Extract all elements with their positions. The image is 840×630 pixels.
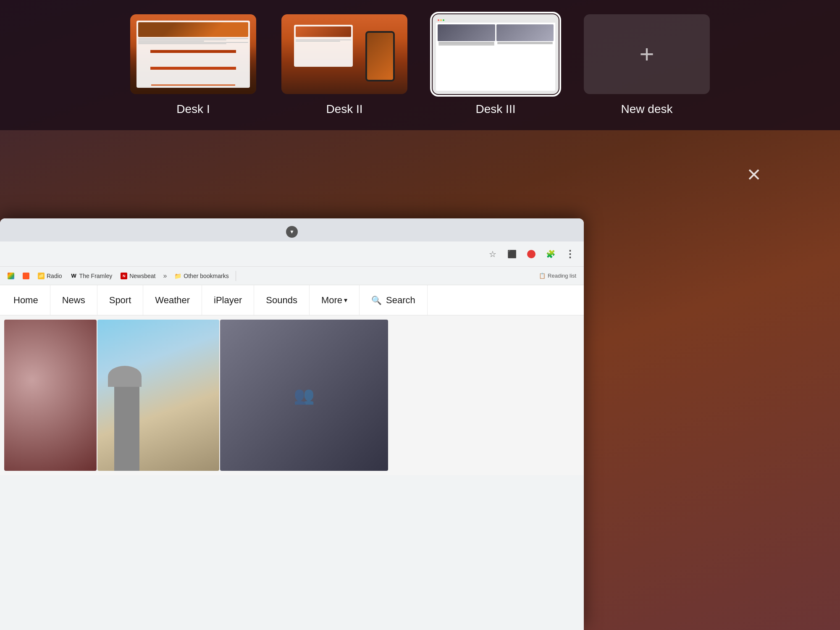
nav-search-label: Search: [386, 295, 415, 306]
bookmarks-divider: [236, 271, 236, 281]
desk-2-label: Desk II: [326, 102, 362, 116]
puzzle-icon: [546, 249, 555, 259]
bbc-content: 👥: [0, 315, 584, 475]
nav-sounds-label: Sounds: [266, 295, 297, 306]
search-icon: 🔍: [371, 295, 382, 305]
content-images-row: 👥: [0, 315, 392, 475]
reading-list-button[interactable]: 📋 Reading list: [536, 271, 580, 281]
bookmarks-bar: 📁 Radio W The Framley N Newsbeat » 📁 Oth…: [0, 267, 584, 285]
bookmark-star-button[interactable]: [486, 247, 500, 261]
new-desk-item[interactable]: + New desk: [584, 14, 710, 116]
folder-icon: 📁: [174, 273, 181, 279]
newsbeat-favicon: N: [121, 273, 127, 279]
bookmark-newsbeat-label: Newsbeat: [129, 273, 155, 279]
nav-iplayer[interactable]: iPlayer: [202, 285, 254, 315]
desk-switcher: Desk I Desk II: [0, 0, 840, 130]
nav-news[interactable]: News: [50, 285, 97, 315]
record-button[interactable]: [524, 247, 538, 261]
desk-thumbnail-2: [281, 14, 407, 94]
nav-sport[interactable]: Sport: [97, 285, 144, 315]
desk-1-label: Desk I: [176, 102, 210, 116]
nav-home-label: Home: [13, 295, 38, 306]
desk-3-label: Desk III: [476, 102, 516, 116]
new-desk-plus-icon: +: [639, 42, 654, 67]
browser-window: ⬛ 📁 Radio W The Framley N Newsbeat: [0, 218, 584, 630]
bookmark-newsbeat[interactable]: N Newsbeat: [117, 271, 159, 281]
nav-weather[interactable]: Weather: [143, 285, 202, 315]
nav-more[interactable]: More ▾: [310, 285, 360, 315]
reading-list-label: Reading list: [548, 273, 576, 279]
other-bookmarks-label: Other bookmarks: [184, 273, 228, 279]
tab-drop-indicator: [286, 226, 298, 238]
other-bookmarks[interactable]: 📁 Other bookmarks: [171, 271, 232, 281]
bookmark-radio-label: Radio: [47, 273, 62, 279]
desk-item-2[interactable]: Desk II: [281, 14, 407, 116]
bookmarks-more-button[interactable]: »: [160, 270, 169, 281]
nav-news-label: News: [62, 295, 85, 306]
nav-home[interactable]: Home: [0, 285, 50, 315]
desk-thumbnail-3: [433, 14, 559, 94]
nav-sounds[interactable]: Sounds: [254, 285, 310, 315]
new-desk-thumbnail: +: [584, 14, 710, 94]
more-icon: [565, 248, 575, 260]
menu-button[interactable]: [563, 247, 577, 261]
nav-weather-label: Weather: [155, 295, 190, 306]
desk-2-phone: [365, 31, 395, 81]
news-image-3: 👥: [220, 320, 388, 471]
record-icon: [527, 250, 536, 258]
bookmark-radio[interactable]: 📁 Radio: [34, 271, 66, 281]
orange-favicon: [23, 273, 29, 279]
nav-more-chevron: ▾: [344, 296, 347, 304]
bookmark-framley-label: The Framley: [79, 273, 113, 279]
layers-button[interactable]: ⬛: [505, 247, 519, 261]
nav-more-label: More: [321, 295, 342, 306]
nav-iplayer-label: iPlayer: [214, 295, 242, 306]
desk-3-preview: [436, 18, 555, 91]
desk-thumbnail-1: [130, 14, 256, 94]
bookmark-google[interactable]: [4, 271, 18, 281]
bookmark-orange[interactable]: [19, 271, 33, 281]
nav-search[interactable]: 🔍 Search: [360, 285, 428, 315]
reading-list-icon: 📋: [539, 273, 546, 279]
google-favicon: [8, 273, 14, 279]
star-icon: [489, 249, 496, 259]
new-desk-label: New desk: [621, 102, 673, 116]
desk-item-3[interactable]: Desk III: [433, 14, 559, 116]
desk-2-preview-window: [294, 25, 353, 67]
wiki-favicon: W: [71, 273, 77, 279]
desk-item-1[interactable]: Desk I: [130, 14, 256, 116]
extensions-button[interactable]: [543, 247, 558, 261]
bookmark-framley[interactable]: W The Framley: [67, 271, 116, 281]
news-image-1: [4, 320, 97, 471]
close-icon: ×: [747, 163, 761, 186]
close-button[interactable]: ×: [739, 160, 769, 189]
layers-icon: ⬛: [507, 249, 517, 259]
news-image-2: [97, 320, 219, 471]
bbc-nav: Home News Sport Weather iPlayer Sounds M…: [0, 285, 584, 315]
nav-sport-label: Sport: [109, 295, 131, 306]
tab-bar: [0, 218, 584, 242]
address-bar: ⬛: [0, 242, 584, 267]
desk-1-preview: [136, 21, 250, 88]
radio-favicon: 📁: [38, 273, 45, 279]
